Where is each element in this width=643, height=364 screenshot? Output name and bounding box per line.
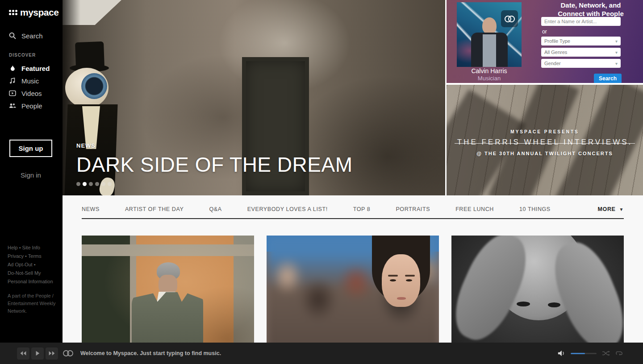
sidebar-item-label: Videos xyxy=(21,90,42,97)
hero-category-label: NEWS xyxy=(76,142,352,149)
player-right-controls xyxy=(557,350,623,357)
sidebar-footer: Help • Site Info Privacy • Terms Ad Opt-… xyxy=(8,244,58,315)
play-icon xyxy=(35,351,40,356)
card-image-detail xyxy=(548,302,560,307)
repeat-icon[interactable] xyxy=(615,350,623,356)
carousel-dot[interactable] xyxy=(76,182,80,186)
carousel-dot[interactable] xyxy=(108,182,112,186)
video-icon xyxy=(9,90,16,97)
tab-free-lunch[interactable]: FREE LUNCH xyxy=(455,206,494,212)
flame-icon xyxy=(9,65,16,72)
tab-portraits[interactable]: PORTRAITS xyxy=(396,206,430,212)
footer-link-line[interactable]: Ad Opt-Out • xyxy=(8,261,58,269)
carousel-dot-active[interactable] xyxy=(83,182,87,186)
article-card[interactable] xyxy=(267,236,439,343)
tab-top-8[interactable]: TOP 8 xyxy=(353,206,371,212)
volume-fill xyxy=(571,353,585,354)
tab-artist-of-the-day[interactable]: ARTIST OF THE DAY xyxy=(125,206,184,212)
carousel-dots xyxy=(76,182,112,186)
footer-link-line[interactable]: Personal Information xyxy=(8,277,58,286)
fast-forward-icon xyxy=(48,351,55,356)
card-image-detail xyxy=(132,291,203,343)
hero-title[interactable]: DARK SIDE OF THE DREAM xyxy=(76,153,352,177)
myspace-circles-badge-icon xyxy=(501,10,518,27)
people-search-button[interactable]: Search xyxy=(594,74,622,83)
card-image-detail xyxy=(159,275,177,294)
eyeball-figure-iris xyxy=(81,73,107,99)
card-image-detail xyxy=(388,275,398,277)
card-image-detail xyxy=(405,275,415,277)
eyeball-figure-head xyxy=(65,68,109,108)
sidebar-item-label: Music xyxy=(21,77,39,85)
previous-track-button[interactable] xyxy=(17,347,29,360)
sidebar-search-label: Search xyxy=(21,32,43,40)
volume-slider[interactable] xyxy=(571,353,597,354)
profile-type-select[interactable]: Profile Type ▾ xyxy=(541,37,621,46)
footer-link-line[interactable]: Privacy • Terms xyxy=(8,252,58,261)
article-card[interactable] xyxy=(82,236,254,343)
main-content: NEWS ARTIST OF THE DAY Q&A EVERYBODY LOV… xyxy=(63,195,643,343)
article-card[interactable] xyxy=(451,236,624,343)
rewind-icon xyxy=(20,351,27,356)
volume-icon[interactable] xyxy=(557,350,565,357)
profile-photo-face xyxy=(482,17,497,34)
chevron-down-icon: ▾ xyxy=(615,39,618,44)
carousel-dot[interactable] xyxy=(89,182,93,186)
hero-caption: NEWS DARK SIDE OF THE DREAM xyxy=(76,142,352,177)
chevron-down-icon: ▾ xyxy=(615,50,618,55)
promo-text: MYSPACE PRESENTS THE FERRIS WHEEL INTERV… xyxy=(447,129,643,156)
sign-up-button[interactable]: Sign up xyxy=(9,140,52,157)
tab-everybody-loves-a-list[interactable]: EVERYBODY LOVES A LIST! xyxy=(247,206,328,212)
footer-link-line[interactable]: Help • Site Info xyxy=(8,244,58,252)
sidebar-item-label: Featured xyxy=(21,65,50,72)
triangle-down-icon: ▼ xyxy=(619,207,624,212)
player-message: Welcome to Myspace. Just start typing to… xyxy=(80,350,221,356)
next-track-button[interactable] xyxy=(46,347,58,360)
sidebar-item-videos[interactable]: Videos xyxy=(9,87,63,99)
tab-news[interactable]: NEWS xyxy=(82,206,100,212)
play-button[interactable] xyxy=(31,347,44,360)
myspace-player-logo-icon[interactable] xyxy=(63,350,74,357)
sidebar-item-label: People xyxy=(21,102,42,110)
ferris-wheel-promo[interactable]: MYSPACE PRESENTS THE FERRIS WHEEL INTERV… xyxy=(447,85,643,195)
or-label: or xyxy=(542,29,621,35)
featured-profile-photo[interactable] xyxy=(457,2,522,67)
myspace-dots-icon xyxy=(9,10,17,15)
sidebar-item-search[interactable]: Search xyxy=(9,29,63,42)
promo-subtitle: @ THE 30TH ANNUAL TWILIGHT CONCERTS xyxy=(447,151,643,156)
section-tabs: NEWS ARTIST OF THE DAY Q&A EVERYBODY LOV… xyxy=(82,195,624,212)
profile-role: Musician xyxy=(457,75,522,82)
shuffle-icon[interactable] xyxy=(602,350,610,356)
myspace-logo[interactable]: myspace xyxy=(9,7,63,18)
promo-title: THE FERRIS WHEEL INTERVIEWS. xyxy=(447,138,643,147)
network-note: A part of the People / Entertainment Wee… xyxy=(8,292,58,315)
people-icon xyxy=(9,102,16,109)
music-player-bar: Welcome to Myspace. Just start typing to… xyxy=(0,343,643,364)
hero-carousel-slide[interactable]: NEWS DARK SIDE OF THE DREAM xyxy=(63,0,445,195)
tab-10-things[interactable]: 10 THINGS xyxy=(519,206,551,212)
genres-select[interactable]: All Genres ▾ xyxy=(541,48,621,57)
discover-heading: DISCOVER xyxy=(9,53,63,58)
sidebar-item-people[interactable]: People xyxy=(9,99,63,112)
tabs-underline xyxy=(82,218,624,219)
card-image-detail xyxy=(390,279,396,281)
name-artist-input[interactable] xyxy=(541,17,621,26)
music-note-icon xyxy=(9,77,16,84)
search-icon xyxy=(9,32,16,39)
profile-photo-shirt xyxy=(483,34,496,67)
sidebar-item-featured[interactable]: Featured xyxy=(9,62,63,74)
people-search-form: or Profile Type ▾ All Genres ▾ Gender ▾ … xyxy=(541,17,621,70)
sidebar-item-music[interactable]: Music xyxy=(9,74,63,87)
sign-in-link[interactable]: Sign in xyxy=(9,168,52,182)
card-image-detail xyxy=(517,302,530,306)
footer-link-line[interactable]: Do-Not-Sell My xyxy=(8,269,58,277)
sidebar: myspace Search DISCOVER Featured Music V… xyxy=(0,0,63,343)
carousel-dot[interactable] xyxy=(101,182,105,186)
gender-select[interactable]: Gender ▾ xyxy=(541,59,621,68)
tab-more[interactable]: MORE ▼ xyxy=(598,206,624,212)
tab-qa[interactable]: Q&A xyxy=(209,206,221,212)
carousel-dot[interactable] xyxy=(95,182,99,186)
profile-name[interactable]: Calvin Harris xyxy=(457,67,522,74)
people-search-title: Date, Network, and Connect with People xyxy=(544,1,638,18)
people-search-panel: Date, Network, and Connect with People C… xyxy=(447,0,643,83)
